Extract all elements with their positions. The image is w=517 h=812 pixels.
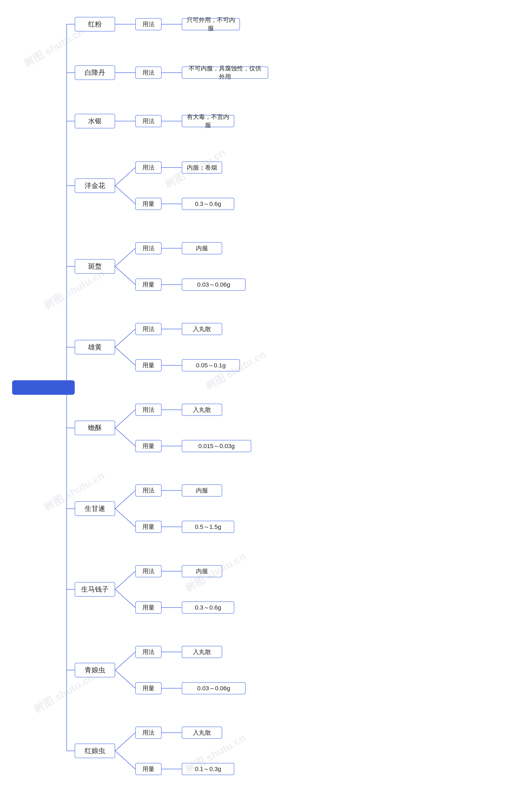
node-_________: 只可外用，不可内服	[182, 18, 240, 30]
node-0_05_0_1g: 0.05～0.1g	[182, 359, 240, 371]
node-0_015_0_03g: 0.015～0.03g	[182, 440, 251, 452]
node-0_5_1_5g: 0.5～1.5g	[182, 521, 234, 533]
node-0_03_0_06g: 0.03～0.06g	[182, 279, 246, 291]
svg-line-30	[115, 652, 135, 670]
node-__: 用法	[135, 67, 162, 79]
node-__: 内服	[182, 242, 222, 254]
node-___: 入丸散	[182, 323, 222, 335]
svg-line-28	[115, 589, 135, 608]
node-___: 白降丹	[75, 65, 115, 80]
node-__: 用法	[135, 162, 162, 174]
node-__: 内服	[182, 565, 222, 577]
node-0_1_0_3g: 0.1～0.3g	[182, 763, 234, 775]
node-__: 用量	[135, 682, 162, 694]
node-__: 水银	[75, 114, 115, 128]
node-__: 雄黄	[75, 340, 115, 354]
svg-line-18	[115, 410, 135, 428]
node-________: 有大毒，不宜内服	[182, 115, 234, 127]
svg-line-36	[115, 751, 135, 769]
node-__: 用量	[135, 440, 162, 452]
node-0_3_0_6g: 0.3～0.6g	[182, 198, 234, 210]
root-node	[12, 380, 75, 395]
node-__: 用量	[135, 763, 162, 775]
node-___: 入丸散	[182, 646, 222, 658]
svg-line-32	[115, 670, 135, 688]
node-___: 青娘虫	[75, 663, 115, 677]
node-___: 入丸散	[182, 727, 222, 739]
node-__: 用量	[135, 602, 162, 614]
svg-line-24	[115, 509, 135, 527]
svg-line-20	[115, 428, 135, 446]
node-___: 入丸散	[182, 404, 222, 416]
node-__: 斑蝥	[75, 259, 115, 274]
node-0_03_0_06g: 0.03～0.06g	[182, 682, 246, 694]
node-__: 用量	[135, 521, 162, 533]
node-__: 内服	[182, 485, 222, 496]
svg-line-12	[115, 266, 135, 285]
svg-line-26	[115, 571, 135, 589]
node-___: 生甘遂	[75, 501, 115, 516]
node-__: 用法	[135, 565, 162, 577]
svg-line-16	[115, 347, 135, 365]
node-__: 用法	[135, 646, 162, 658]
node-0_3_0_6g: 0.3～0.6g	[182, 602, 234, 614]
node-__: 红粉	[75, 17, 115, 31]
node-__: 用量	[135, 279, 162, 291]
node-__: 用量	[135, 359, 162, 371]
node-_____: 内服；卷烟	[182, 162, 222, 174]
node-__: 用法	[135, 404, 162, 416]
tree-container: 红粉用法只可外用，不可内服白降丹用法不可内服，具腐蚀性，仅供外用水银用法有大毒，…	[75, 8, 499, 783]
node-___: 洋金花	[75, 178, 115, 193]
node-__: 用法	[135, 485, 162, 496]
svg-line-22	[115, 490, 135, 509]
node-__: 用法	[135, 18, 162, 30]
node-__: 蟾酥	[75, 420, 115, 435]
node-__: 用法	[135, 323, 162, 335]
svg-line-6	[115, 168, 135, 186]
node-____: 生马钱子	[75, 582, 115, 597]
node-__: 用量	[135, 198, 162, 210]
node-__: 用法	[135, 115, 162, 127]
svg-line-10	[115, 248, 135, 266]
svg-line-14	[115, 329, 135, 347]
node-___: 红娘虫	[75, 744, 115, 758]
svg-line-34	[115, 733, 135, 751]
node-__: 用法	[135, 242, 162, 254]
node-______________: 不可内服，具腐蚀性，仅供外用	[182, 67, 268, 79]
svg-line-8	[115, 186, 135, 204]
node-__: 用法	[135, 727, 162, 739]
